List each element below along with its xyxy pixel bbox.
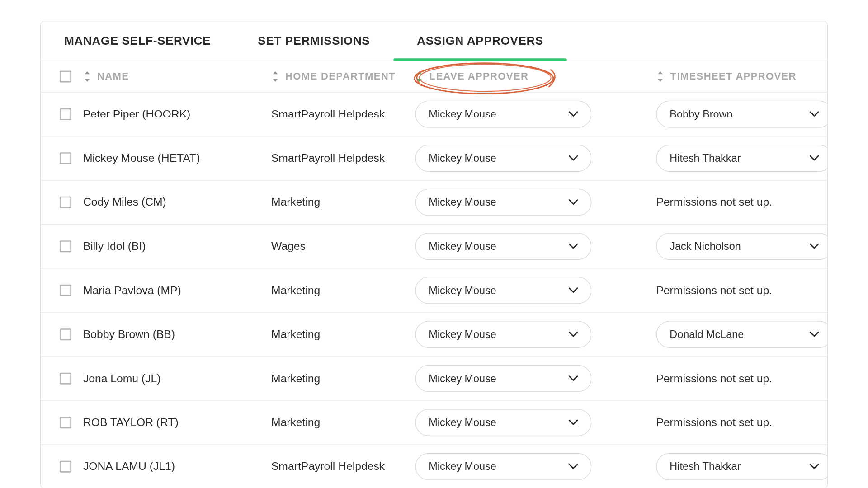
table-row: Maria Pavlova (MP)MarketingMickey MouseP… [41,269,827,313]
timesheet-approver-value: Donald McLane [670,328,744,341]
chevron-down-icon [569,244,578,249]
sort-icon[interactable] [656,71,664,83]
sort-icon[interactable] [415,71,423,83]
timesheet-approver-value: Bobby Brown [670,108,732,120]
table-row: JONA LAMU (JL1)SmartPayroll HelpdeskMick… [41,445,827,488]
table-row: ROB TAYLOR (RT)MarketingMickey MousePerm… [41,401,827,445]
row-checkbox[interactable] [60,285,71,296]
permissions-not-set-up: Permissions not set up. [656,372,772,385]
timesheet-approver-select[interactable]: Hitesh Thakkar [656,145,828,172]
home-department: Marketing [271,416,320,429]
tabs-bar: MANAGE SELF-SERVICE SET PERMISSIONS ASSI… [41,21,827,61]
tab-manage-self-service[interactable]: MANAGE SELF-SERVICE [64,34,211,61]
leave-approver-value: Mickey Mouse [429,196,496,208]
row-checkbox[interactable] [60,108,71,120]
table-body: Peter Piper (HOORK)SmartPayroll Helpdesk… [41,93,827,488]
employee-name: JONA LAMU (JL1) [83,460,175,473]
leave-approver-value: Mickey Mouse [429,240,496,253]
assign-approvers-panel: MANAGE SELF-SERVICE SET PERMISSIONS ASSI… [40,21,828,488]
row-checkbox[interactable] [60,461,71,473]
permissions-not-set-up: Permissions not set up. [656,416,772,429]
row-checkbox[interactable] [60,328,71,340]
home-department: SmartPayroll Helpdesk [271,460,385,473]
employee-name: Bobby Brown (BB) [83,328,175,341]
sort-icon[interactable] [83,71,91,83]
leave-approver-value: Mickey Mouse [429,108,496,120]
chevron-down-icon [810,111,819,117]
chevron-down-icon [810,332,819,338]
leave-approver-value: Mickey Mouse [429,328,496,341]
header-leave-approver[interactable]: LEAVE APPROVER [429,71,529,83]
table-row: Bobby Brown (BB)MarketingMickey MouseDon… [41,313,827,357]
leave-approver-select[interactable]: Mickey Mouse [415,101,591,128]
row-checkbox[interactable] [60,373,71,385]
timesheet-approver-value: Jack Nicholson [670,240,741,253]
employee-name: Mickey Mouse (HETAT) [83,152,200,165]
timesheet-approver-select[interactable]: Jack Nicholson [656,233,828,260]
home-department: Marketing [271,196,320,209]
timesheet-approver-select[interactable]: Donald McLane [656,321,828,348]
leave-approver-value: Mickey Mouse [429,460,496,473]
chevron-down-icon [569,332,578,338]
leave-approver-value: Mickey Mouse [429,417,496,429]
table-header: NAME HOME DEPARTMENT LEAVE APPROVER [41,61,827,93]
row-checkbox[interactable] [60,197,71,208]
leave-approver-value: Mickey Mouse [429,152,496,164]
timesheet-approver-value: Hitesh Thakkar [670,152,741,164]
chevron-down-icon [569,111,578,117]
leave-approver-select[interactable]: Mickey Mouse [415,189,591,216]
home-department: SmartPayroll Helpdesk [271,108,385,121]
chevron-down-icon [569,287,578,293]
table-row: Jona Lomu (JL)MarketingMickey MousePermi… [41,357,827,401]
chevron-down-icon [569,420,578,426]
employee-name: Peter Piper (HOORK) [83,108,190,121]
chevron-down-icon [569,375,578,381]
header-name[interactable]: NAME [97,71,129,83]
employee-name: Cody Miles (CM) [83,196,166,209]
employee-name: ROB TAYLOR (RT) [83,416,179,429]
leave-approver-select[interactable]: Mickey Mouse [415,145,591,172]
employee-name: Billy Idol (BI) [83,240,146,253]
chevron-down-icon [569,155,578,161]
employee-name: Jona Lomu (JL) [83,372,161,385]
chevron-down-icon [569,199,578,205]
row-checkbox[interactable] [60,417,71,428]
home-department: Marketing [271,372,320,385]
table-row: Billy Idol (BI)WagesMickey MouseJack Nic… [41,225,827,269]
leave-approver-select[interactable]: Mickey Mouse [415,453,591,480]
sort-icon[interactable] [271,71,279,83]
tab-set-permissions[interactable]: SET PERMISSIONS [258,34,370,61]
leave-approver-select[interactable]: Mickey Mouse [415,409,591,436]
home-department: Marketing [271,284,320,297]
table-row: Peter Piper (HOORK)SmartPayroll Helpdesk… [41,93,827,136]
leave-approver-select[interactable]: Mickey Mouse [415,321,591,348]
permissions-not-set-up: Permissions not set up. [656,196,772,209]
row-checkbox[interactable] [60,152,71,164]
home-department: Marketing [271,328,320,341]
select-all-checkbox[interactable] [60,71,71,83]
table-row: Mickey Mouse (HETAT)SmartPayroll Helpdes… [41,136,827,181]
header-timesheet-approver[interactable]: TIMESHEET APPROVER [670,71,797,83]
leave-approver-select[interactable]: Mickey Mouse [415,365,591,392]
chevron-down-icon [810,464,819,469]
leave-approver-select[interactable]: Mickey Mouse [415,277,591,304]
permissions-not-set-up: Permissions not set up. [656,284,772,297]
home-department: Wages [271,240,306,253]
leave-approver-select[interactable]: Mickey Mouse [415,233,591,260]
chevron-down-icon [810,155,819,161]
row-checkbox[interactable] [60,240,71,252]
timesheet-approver-select[interactable]: Bobby Brown [656,101,828,128]
home-department: SmartPayroll Helpdesk [271,152,385,165]
tab-assign-approvers[interactable]: ASSIGN APPROVERS [417,34,543,61]
timesheet-approver-select[interactable]: Hitesh Thakkar [656,453,828,480]
chevron-down-icon [569,464,578,469]
header-home-department[interactable]: HOME DEPARTMENT [285,71,396,83]
employee-name: Maria Pavlova (MP) [83,284,181,297]
timesheet-approver-value: Hitesh Thakkar [670,460,741,473]
leave-approver-value: Mickey Mouse [429,372,496,385]
chevron-down-icon [810,244,819,249]
table-row: Cody Miles (CM)MarketingMickey MousePerm… [41,181,827,225]
leave-approver-value: Mickey Mouse [429,284,496,296]
